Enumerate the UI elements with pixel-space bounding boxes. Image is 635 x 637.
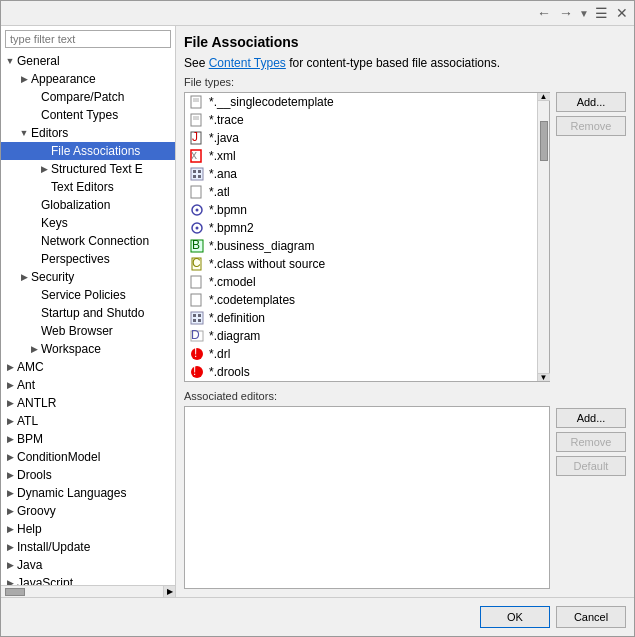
list-item[interactable]: *.ana [185,165,537,183]
svg-rect-10 [191,168,203,180]
tree-item-condition-model[interactable]: ▶ ConditionModel [1,448,175,466]
tree-item-network-connections[interactable]: Network Connection [1,232,175,250]
page-title: File Associations [184,34,626,50]
dialog-toolbar: ← → ▼ ☰ ✕ [1,1,634,26]
tree-item-compare-patch[interactable]: Compare/Patch [1,88,175,106]
forward-button[interactable]: → [557,3,575,23]
tree-item-drools[interactable]: ▶ Drools [1,466,175,484]
tree-item-startup-shutdown[interactable]: Startup and Shutdo [1,304,175,322]
expand-icon: ▶ [5,578,15,585]
tree-item-editors[interactable]: ▼ Editors [1,124,175,142]
list-item[interactable]: ! *.drools [185,363,537,381]
svg-text:B: B [192,239,200,252]
file-icon: C [189,256,205,272]
tree-label: Globalization [39,198,110,212]
tree-item-file-associations[interactable]: File Associations [1,142,175,160]
list-item[interactable]: x *.xml [185,147,537,165]
expand-icon: ▼ [19,128,29,138]
svg-text:!: ! [193,365,196,378]
list-item[interactable]: *.definition [185,309,537,327]
list-item[interactable]: B *.business_diagram [185,237,537,255]
list-item[interactable]: C *.class without source [185,255,537,273]
tree-item-content-types[interactable]: Content Types [1,106,175,124]
svg-text:D: D [191,329,200,342]
file-types-scrollbar[interactable]: ▲ ▼ [537,93,549,381]
tree-label: Content Types [39,108,118,122]
list-item-label: *.cmodel [209,275,256,289]
tree-item-help[interactable]: ▶ Help [1,520,175,538]
tree-label: Compare/Patch [39,90,124,104]
expand-icon: ▶ [5,542,15,552]
assoc-editors-buttons: Add... Remove Default [556,408,626,589]
tree-item-dynamic-languages[interactable]: ▶ Dynamic Languages [1,484,175,502]
back-button[interactable]: ← [535,3,553,23]
file-icon: B [189,238,205,254]
list-item[interactable]: *.__singlecodetemplate [185,93,537,111]
associated-editors-list[interactable] [184,406,550,589]
svg-rect-13 [193,175,196,178]
cancel-button[interactable]: Cancel [556,606,626,628]
tree-item-appearance[interactable]: ▶ Appearance [1,70,175,88]
tree-item-workspace[interactable]: ▶ Workspace [1,340,175,358]
filter-input[interactable] [5,30,171,48]
tree-label: Perspectives [39,252,110,266]
tree-item-java[interactable]: ▶ Java [1,556,175,574]
tree-item-general[interactable]: ▼ General [1,52,175,70]
file-types-remove-button[interactable]: Remove [556,116,626,136]
list-item-label: *.definition [209,311,265,325]
tree-item-ant[interactable]: ▶ Ant [1,376,175,394]
tree-item-atl[interactable]: ▶ ATL [1,412,175,430]
list-item[interactable]: D *.diagram [185,327,537,345]
close-button[interactable]: ✕ [614,3,630,23]
preferences-menu-button[interactable]: ☰ [593,3,610,23]
tree-item-structured-text[interactable]: ▶ Structured Text E [1,160,175,178]
tree-label: Dynamic Languages [15,486,126,500]
tree-item-keys[interactable]: Keys [1,214,175,232]
tree-label: AMC [15,360,44,374]
horizontal-scrollbar[interactable]: ▶ [1,585,175,597]
info-line: See Content Types for content-type based… [184,56,626,70]
list-item[interactable]: *.bpmn [185,201,537,219]
list-item-label: *.atl [209,185,230,199]
tree-item-install-update[interactable]: ▶ Install/Update [1,538,175,556]
tree-item-amc[interactable]: ▶ AMC [1,358,175,376]
tree-label: Groovy [15,504,56,518]
tree-item-service-policies[interactable]: Service Policies [1,286,175,304]
file-types-list[interactable]: *.__singlecodetemplate *.trace J [185,93,537,381]
content-types-link[interactable]: Content Types [209,56,286,70]
assoc-remove-button[interactable]: Remove [556,432,626,452]
tree-item-web-browser[interactable]: Web Browser [1,322,175,340]
list-item-label: *.java [209,131,239,145]
tree-item-bpm[interactable]: ▶ BPM [1,430,175,448]
list-item[interactable]: *.bpmn2 [185,219,537,237]
svg-text:!: ! [194,347,197,360]
associated-editors-section: Associated editors: Add... Remove Defaul… [184,390,626,589]
tree-item-antlr[interactable]: ▶ ANTLR [1,394,175,412]
list-item[interactable]: *.trace [185,111,537,129]
tree-item-groovy[interactable]: ▶ Groovy [1,502,175,520]
assoc-default-button[interactable]: Default [556,456,626,476]
scroll-thumb[interactable] [540,121,548,161]
tree-item-security[interactable]: ▶ Security [1,268,175,286]
file-types-buttons: Add... Remove [556,92,626,382]
ok-button[interactable]: OK [480,606,550,628]
file-types-section: *.__singlecodetemplate *.trace J [184,92,626,382]
tree-label: ATL [15,414,38,428]
list-item[interactable]: ! *.drl [185,345,537,363]
tree-item-perspectives[interactable]: Perspectives [1,250,175,268]
list-item[interactable]: J *.java [185,129,537,147]
list-item[interactable]: *.codetemplates [185,291,537,309]
svg-point-19 [196,227,199,230]
list-item-label: *.class without source [209,257,325,271]
tree-item-javascript[interactable]: ▶ JavaScript [1,574,175,585]
assoc-add-button[interactable]: Add... [556,408,626,428]
tree-item-text-editors[interactable]: Text Editors [1,178,175,196]
svg-rect-0 [191,96,201,108]
file-types-add-button[interactable]: Add... [556,92,626,112]
tree-item-globalization[interactable]: Globalization [1,196,175,214]
list-item[interactable]: *.cmodel [185,273,537,291]
svg-rect-27 [193,314,196,317]
expand-icon: ▶ [5,416,15,426]
list-item[interactable]: *.atl [185,183,537,201]
tree-label: Help [15,522,42,536]
